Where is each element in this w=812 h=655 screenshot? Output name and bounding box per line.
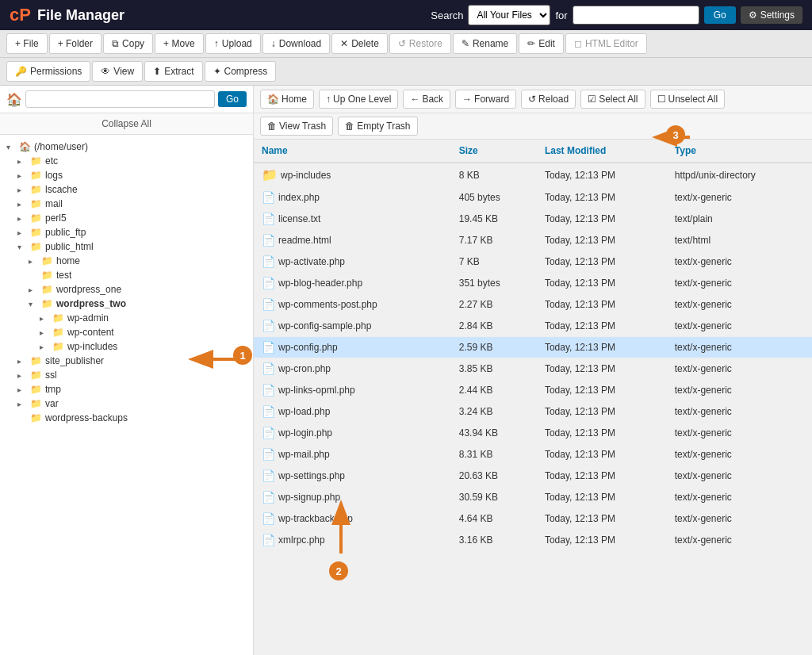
table-row[interactable]: 📁 wp-includes 8 KB Today, 12:13 PM httpd… [254, 163, 812, 187]
tree-item[interactable]: ▸📁public_ftp [3, 225, 250, 239]
file-modified: Today, 12:13 PM [537, 423, 667, 444]
table-row[interactable]: 📄 wp-signup.php 30.59 KB Today, 12:13 PM… [254, 487, 812, 508]
reload-icon: ↺ [528, 94, 536, 105]
tree-item[interactable]: ▸📁ssl [3, 368, 250, 382]
tree-item[interactable]: ▸📁mail [3, 197, 250, 211]
tree-item[interactable]: ▾🏠(/home/user) [3, 140, 250, 154]
tree-item[interactable]: ▸📁etc [3, 154, 250, 168]
extract-button[interactable]: ⬆ Extract [144, 61, 202, 82]
search-input[interactable] [573, 6, 699, 25]
folder-icon: 📁 [41, 270, 53, 281]
edit-button[interactable]: ✏ Edit [519, 33, 564, 54]
file-name-cell: 📄 wp-links-opml.php [254, 380, 451, 401]
table-row[interactable]: 📄 wp-config.php 2.59 KB Today, 12:13 PM … [254, 337, 812, 358]
empty-trash-button[interactable]: 🗑 Empty Trash [338, 117, 417, 136]
file-modified: Today, 12:13 PM [537, 401, 667, 423]
table-row[interactable]: 📄 wp-load.php 3.24 KB Today, 12:13 PM te… [254, 401, 812, 423]
move-button[interactable]: + Move [155, 33, 204, 54]
tree-item[interactable]: ▾📁public_html [3, 239, 250, 254]
search-scope-select[interactable]: All Your Files [468, 5, 550, 25]
header: cP File Manager Search All Your Files fo… [0, 0, 812, 30]
table-row[interactable]: 📄 wp-cron.php 3.85 KB Today, 12:13 PM te… [254, 358, 812, 380]
table-row[interactable]: 📄 license.txt 19.45 KB Today, 12:13 PM t… [254, 209, 812, 230]
table-row[interactable]: 📄 wp-blog-header.php 351 bytes Today, 12… [254, 273, 812, 294]
table-row[interactable]: 📄 wp-links-opml.php 2.44 KB Today, 12:13… [254, 380, 812, 401]
rename-button[interactable]: ✎ Rename [453, 33, 517, 54]
unselect-all-button[interactable]: ☐ Unselect All [650, 90, 726, 109]
table-row[interactable]: 📄 wp-comments-post.php 2.27 KB Today, 12… [254, 294, 812, 316]
php-file-icon: 📄 [262, 469, 275, 482]
table-row[interactable]: 📄 readme.html 7.17 KB Today, 12:13 PM te… [254, 230, 812, 251]
file-name-cell: 📄 wp-signup.php [254, 487, 451, 508]
forward-button[interactable]: → Forward [455, 90, 516, 109]
col-size[interactable]: Size [451, 140, 537, 163]
col-name[interactable]: Name [254, 140, 451, 163]
back-button[interactable]: ← Back [403, 90, 450, 109]
tree-item[interactable]: ▸📁wp-includes [3, 339, 250, 354]
table-row[interactable]: 📄 wp-settings.php 20.63 KB Today, 12:13 … [254, 465, 812, 487]
file-type: text/x-generic [667, 530, 812, 551]
download-button[interactable]: ↓ Download [262, 33, 330, 54]
tree-item[interactable]: ▸📁home [3, 254, 250, 268]
home-nav-button[interactable]: 🏠 Home [260, 90, 314, 109]
php-file-icon: 📄 [262, 191, 275, 204]
upload-button[interactable]: ↑ Upload [205, 33, 261, 54]
tree-item[interactable]: ▸📁wp-content [3, 325, 250, 339]
select-all-button[interactable]: ☑ Select All [580, 90, 645, 109]
table-row[interactable]: 📄 wp-activate.php 7 KB Today, 12:13 PM t… [254, 251, 812, 273]
tree-item[interactable]: ▸📁lscache [3, 182, 250, 197]
tree-item[interactable]: 📁test [3, 268, 250, 282]
file-button[interactable]: + File [6, 33, 48, 54]
up-one-level-button[interactable]: ↑ Up One Level [319, 90, 398, 109]
tree-item[interactable]: ▸📁site_publisher [3, 354, 250, 368]
reload-button[interactable]: ↺ Reload [521, 90, 576, 109]
compress-button[interactable]: ✦ Compress [205, 61, 277, 82]
compress-icon: ✦ [213, 66, 221, 77]
folder-icon: 📁 [30, 184, 42, 195]
folder-button[interactable]: + Folder [49, 33, 102, 54]
tree-item-label: (/home/user) [34, 141, 88, 152]
folder-icon: 📁 [30, 198, 42, 209]
path-go-button[interactable]: Go [218, 91, 247, 107]
tree-item[interactable]: ▸📁var [3, 396, 250, 411]
copy-button[interactable]: ⧉ Copy [103, 33, 153, 54]
delete-button[interactable]: ✕ Delete [331, 33, 388, 54]
tree-toggle: ▸ [29, 257, 38, 266]
table-row[interactable]: 📄 index.php 405 bytes Today, 12:13 PM te… [254, 187, 812, 209]
file-type: httpd/unix-directory [667, 163, 812, 187]
view-button[interactable]: 👁 View [92, 61, 143, 82]
view-trash-button[interactable]: 🗑 View Trash [260, 117, 333, 136]
tree-item[interactable]: ▾📁wordpress_two [3, 297, 250, 311]
table-row[interactable]: 📄 wp-mail.php 8.31 KB Today, 12:13 PM te… [254, 444, 812, 465]
tree-item[interactable]: ▸📁logs [3, 168, 250, 182]
col-type[interactable]: Type [667, 140, 812, 163]
php-file-icon: 📄 [262, 362, 275, 375]
tree-item[interactable]: ▸📁wp-admin [3, 311, 250, 325]
table-row[interactable]: 📄 wp-config-sample.php 2.84 KB Today, 12… [254, 316, 812, 337]
file-modified: Today, 12:13 PM [537, 209, 667, 230]
path-input[interactable] [25, 90, 215, 108]
col-modified[interactable]: Last Modified [537, 140, 667, 163]
collapse-all-button[interactable]: Collapse All [0, 113, 253, 135]
forward-icon: → [462, 94, 472, 105]
file-modified: Today, 12:13 PM [537, 337, 667, 358]
tree-toggle: ▸ [40, 343, 49, 351]
permissions-button[interactable]: 🔑 Permissions [6, 61, 90, 82]
tree-toggle: ▾ [29, 300, 38, 308]
table-row[interactable]: 📄 wp-trackback.php 4.64 KB Today, 12:13 … [254, 508, 812, 530]
html-editor-button[interactable]: ◻ HTML Editor [565, 33, 647, 54]
folder-icon: 📁 [30, 241, 42, 252]
file-size: 4.64 KB [451, 508, 537, 530]
table-row[interactable]: 📄 xmlrpc.php 3.16 KB Today, 12:13 PM tex… [254, 530, 812, 551]
tree-item[interactable]: ▸📁tmp [3, 382, 250, 396]
search-go-button[interactable]: Go [704, 6, 736, 24]
tree-item[interactable]: ▸📁wordpress_one [3, 282, 250, 297]
restore-button[interactable]: ↺ Restore [389, 33, 451, 54]
file-name-cell: 📄 wp-config.php [254, 337, 451, 358]
tree-item[interactable]: 📁wordpress-backups [3, 411, 250, 425]
file-type: text/x-generic [667, 358, 812, 380]
settings-button[interactable]: ⚙ Settings [741, 6, 802, 24]
tree-item-label: public_ftp [45, 227, 86, 238]
table-row[interactable]: 📄 wp-login.php 43.94 KB Today, 12:13 PM … [254, 423, 812, 444]
tree-item[interactable]: ▸📁perl5 [3, 211, 250, 225]
